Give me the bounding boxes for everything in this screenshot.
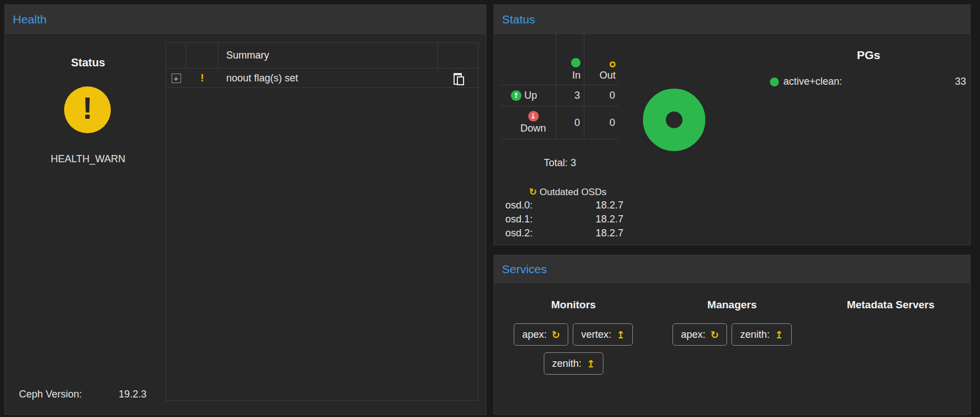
monitor-badge-apex[interactable]: apex: ↻ — [514, 323, 568, 346]
osd-list-item: osd.0: 18.2.7 — [505, 198, 628, 212]
osd-out-header: Out — [584, 32, 619, 85]
service-name: zenith: — [740, 329, 769, 341]
expand-row-button[interactable]: + — [172, 74, 181, 83]
manager-badge-apex[interactable]: apex: ↻ — [672, 323, 727, 346]
monitor-badge-vertex[interactable]: vertex: ↥ — [573, 323, 633, 346]
osd-up-out-value: 0 — [584, 85, 619, 106]
services-panel-title: Services — [502, 263, 547, 276]
pg-state-label: active+clean: — [783, 76, 842, 88]
osd-version: 18.2.7 — [596, 227, 623, 239]
upload-icon: ↥ — [587, 358, 595, 370]
status-panel-header: Status — [494, 5, 970, 34]
osd-version: 18.2.7 — [596, 200, 623, 211]
monitors-heading: Monitors — [551, 299, 596, 311]
health-status-heading: Status — [7, 56, 169, 69]
services-panel: Services Monitors apex: ↻ vertex: ↥ zeni… — [494, 255, 971, 415]
service-name: apex: — [681, 329, 705, 341]
osd-up-in-value: 3 — [555, 85, 584, 106]
osd-name: osd.0: — [505, 200, 533, 211]
osd-up-row-label: ↑ Up — [501, 85, 555, 106]
ceph-version-value: 19.2.3 — [119, 389, 147, 400]
outdated-osds-list: osd.0: 18.2.7 osd.1: 18.2.7 osd.2: 18.2.… — [505, 198, 628, 240]
out-ring-icon — [610, 61, 616, 67]
in-header-label: In — [572, 70, 581, 81]
health-panel-title: Health — [13, 13, 47, 26]
expand-column-header — [166, 43, 186, 68]
action-column-header — [438, 43, 478, 68]
osd-down-in-value: 0 — [555, 106, 584, 139]
warning-severity-icon: ! — [201, 72, 204, 84]
managers-heading: Managers — [708, 299, 757, 311]
ceph-version-row: Ceph Version: 19.2.3 — [19, 389, 147, 400]
outdated-osds-label: Outdated OSDs — [539, 187, 606, 197]
monitor-badge-zenith[interactable]: zenith: ↥ — [544, 352, 603, 375]
services-panel-header: Services — [494, 255, 970, 283]
osd-total: Total: 3 — [501, 157, 619, 169]
metadata-servers-heading: Metadata Servers — [847, 299, 934, 311]
outdated-osds-heading: ↻ Outdated OSDs — [501, 186, 635, 198]
osd-updown-table: In Out ↑ Up 3 0 ↓ Down 0 0 — [501, 32, 619, 139]
copy-icon[interactable] — [454, 73, 462, 84]
osd-down-out-value: 0 — [584, 106, 619, 139]
osd-name: osd.1: — [505, 214, 533, 225]
osd-down-row-label: ↓ Down — [501, 106, 555, 139]
service-name: vertex: — [581, 329, 611, 341]
active-clean-dot-icon — [770, 77, 779, 86]
up-arrow-icon: ↑ — [511, 90, 521, 101]
severity-column-header — [186, 43, 218, 68]
status-panel-title: Status — [502, 13, 535, 26]
status-panel: Status In Out ↑ Up 3 0 ↓ Down 0 0 Total:… — [494, 4, 971, 245]
up-label: Up — [524, 90, 537, 101]
osd-name: osd.2: — [505, 227, 533, 239]
warnings-table-header: Summary — [166, 43, 478, 69]
health-status-value: HEALTH_WARN — [5, 153, 171, 165]
service-name: apex: — [522, 329, 547, 341]
osd-in-header: In — [555, 32, 584, 85]
osd-version: 18.2.7 — [596, 214, 623, 225]
upload-icon: ↥ — [616, 329, 625, 341]
in-dot-icon — [571, 58, 581, 67]
upload-icon: ↥ — [774, 329, 783, 341]
health-panel-header: Health — [5, 5, 486, 34]
warning-summary-text: noout flag(s) set — [218, 72, 438, 84]
health-warning-icon: ! — [64, 86, 111, 133]
summary-column-header: Summary — [218, 43, 438, 68]
service-name: zenith: — [552, 358, 582, 370]
health-panel: Health Status ! HEALTH_WARN Ceph Version… — [4, 4, 486, 415]
exclamation-icon: ! — [82, 93, 93, 127]
down-arrow-icon: ↓ — [528, 111, 539, 122]
managers-column: Managers apex: ↻ zenith: ↥ — [653, 283, 812, 414]
out-header-label: Out — [599, 70, 616, 81]
metadata-servers-column: Metadata Servers — [811, 283, 970, 414]
monitors-column: Monitors apex: ↻ vertex: ↥ zenith: ↥ — [494, 283, 653, 414]
osd-list-item: osd.1: 18.2.7 — [505, 212, 628, 226]
refresh-icon: ↻ — [529, 186, 537, 197]
health-warnings-table: Summary + ! noout flag(s) set — [165, 42, 479, 401]
refresh-icon: ↻ — [710, 329, 719, 341]
refresh-icon: ↻ — [552, 329, 560, 341]
down-label: Down — [520, 123, 546, 134]
pgs-donut-chart — [643, 89, 705, 151]
pgs-heading: PGs — [802, 49, 935, 62]
pg-state-count: 33 — [955, 76, 966, 88]
ceph-version-label: Ceph Version: — [19, 389, 82, 400]
pgs-legend-row: active+clean: 33 — [770, 76, 966, 88]
osd-table-corner-cell — [501, 32, 555, 85]
osd-list-item: osd.2: 18.2.7 — [505, 226, 628, 240]
warning-row[interactable]: + ! noout flag(s) set — [166, 69, 478, 88]
manager-badge-zenith[interactable]: zenith: ↥ — [732, 323, 791, 346]
